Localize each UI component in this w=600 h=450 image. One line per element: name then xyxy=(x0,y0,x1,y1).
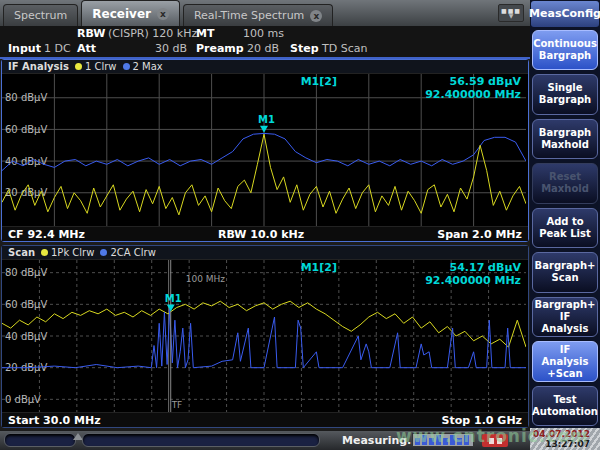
marker-frequency: 92.400000 MHz xyxy=(425,88,521,101)
softkey-test-automation[interactable]: Test Automation xyxy=(532,386,598,427)
trace1-label: 1Pk Clrw xyxy=(51,247,94,258)
trace2-legend[interactable]: 2CA Clrw xyxy=(100,247,155,258)
trace1-color-icon xyxy=(75,63,82,70)
rbw-readout: RBW 10.0 kHz xyxy=(218,228,304,241)
datetime-display: 04.07.2012 13:27:07 xyxy=(530,428,600,450)
if-analysis-header: IF Analysis 1 Clrw 2 Max xyxy=(2,60,528,74)
svg-text:60 dBµV: 60 dBµV xyxy=(5,124,47,135)
date-value: 04.07.2012 xyxy=(530,429,590,439)
svg-text:40 dBµV: 40 dBµV xyxy=(5,156,47,167)
svg-text:0 dBµV: 0 dBµV xyxy=(5,394,41,405)
att-label: Att xyxy=(77,42,96,55)
tab-label: Receiver xyxy=(92,7,151,21)
softkey-add-to-peak-list[interactable]: Add to Peak List xyxy=(532,208,598,249)
red-status-icon xyxy=(482,434,508,447)
trace2-label: 2CA Clrw xyxy=(110,247,155,258)
marker-readout: 56.59 dBµV 92.400000 MHz xyxy=(425,75,521,101)
svg-text:80 dBµV: 80 dBµV xyxy=(5,92,47,103)
status-slot-1 xyxy=(4,433,76,447)
cf-readout: CF 92.4 MHz xyxy=(8,228,85,241)
trace1-label: 1 Clrw xyxy=(85,61,117,72)
settings-bar: RBW (CISPR) 120 kHz MT 100 ms Input 1 DC… xyxy=(0,26,530,57)
status-bar: Measuring... xyxy=(0,431,530,450)
scan-chart[interactable]: 80 dBµV60 dBµV40 dBµV20 dBµV0 dBµV100 MH… xyxy=(2,260,526,412)
scan-footer: Start 30.0 MHz Stop 1.0 GHz xyxy=(2,412,528,427)
trace2-color-icon xyxy=(100,249,107,256)
status-slot-2 xyxy=(82,433,320,447)
tab-receiver[interactable]: Receiver x xyxy=(81,0,180,26)
close-icon[interactable]: x xyxy=(157,8,169,20)
start-readout: Start 30.0 MHz xyxy=(8,414,101,427)
if-analysis-panel: IF Analysis 1 Clrw 2 Max 80 dBµV60 dBµV4… xyxy=(1,59,529,242)
preamp-value: 20 dB xyxy=(247,42,279,55)
input-value: 1 DC xyxy=(44,42,71,55)
softkey-bargraph-if-analysis[interactable]: Bargraph+ IF Analysis xyxy=(532,297,598,338)
rbw-label: RBW xyxy=(77,27,105,40)
trace1-color-icon xyxy=(41,249,48,256)
tab-label: Real-Time Spectrum xyxy=(194,9,304,22)
level-meter-icon xyxy=(412,433,474,447)
if-analysis-footer: CF 92.4 MHz RBW 10.0 kHz Span 2.0 MHz xyxy=(2,226,528,241)
svg-text:100 MHz: 100 MHz xyxy=(186,274,226,284)
if-analysis-chart[interactable]: 80 dBµV60 dBµV40 dBµV20 dBµVM1 M1[2] 56.… xyxy=(2,74,526,226)
tab-label: Spectrum xyxy=(14,9,67,22)
close-icon[interactable]: x xyxy=(310,10,322,22)
softkey-sidebar: MeasConfig Continuous Bargraph Single Ba… xyxy=(530,0,600,450)
trace1-legend[interactable]: 1Pk Clrw xyxy=(41,247,94,258)
step-label: Step xyxy=(290,42,319,55)
instrument-screen: Spectrum Receiver x Real-Time Spectrum x… xyxy=(0,0,600,450)
preamp-label: Preamp xyxy=(196,42,244,55)
mt-value: 100 ms xyxy=(243,27,284,40)
softkey-continuous-bargraph[interactable]: Continuous Bargraph xyxy=(532,30,598,71)
span-readout: Span 2.0 MHz xyxy=(437,228,522,241)
softkey-bargraph-scan[interactable]: Bargraph+ Scan xyxy=(532,252,598,293)
trace2-label: 2 Max xyxy=(133,61,163,72)
stop-readout: Stop 1.0 GHz xyxy=(442,414,522,427)
mt-label: MT xyxy=(196,27,214,40)
input-label: Input xyxy=(8,42,41,55)
panel-title: Scan xyxy=(8,247,35,258)
marker-readout: 54.17 dBµV 92.400000 MHz xyxy=(425,261,521,287)
chevron-down-icon: ▼ xyxy=(509,13,514,19)
tab-overflow-icon[interactable]: ■■■ ▼ xyxy=(498,4,524,22)
svg-text:40 dBµV: 40 dBµV xyxy=(5,331,47,342)
trace1-legend[interactable]: 1 Clrw xyxy=(75,61,117,72)
softkey-menu-title: MeasConfig xyxy=(531,1,599,27)
softkey-if-analysis-scan[interactable]: IF Analysis +Scan xyxy=(532,341,598,382)
panel-title: IF Analysis xyxy=(8,61,69,72)
marker-level: 56.59 dBµV xyxy=(425,75,521,88)
measuring-status: Measuring... xyxy=(342,434,420,447)
rbw-value: (CISPR) 120 kHz xyxy=(108,27,197,40)
tab-bar: Spectrum Receiver x Real-Time Spectrum x… xyxy=(0,0,530,26)
step-value: TD Scan xyxy=(322,42,367,55)
marker-name: M1[2] xyxy=(301,261,337,274)
svg-text:M1: M1 xyxy=(258,114,275,125)
svg-text:M1: M1 xyxy=(165,293,182,304)
softkey-single-bargraph[interactable]: Single Bargraph xyxy=(532,74,598,115)
tab-spectrum[interactable]: Spectrum xyxy=(3,4,78,26)
att-value: 30 dB xyxy=(155,42,187,55)
scan-header: Scan 1Pk Clrw 2CA Clrw xyxy=(2,246,528,260)
time-value: 13:27:07 xyxy=(530,439,590,449)
scan-panel: Scan 1Pk Clrw 2CA Clrw 80 dBµV60 dBµV40 … xyxy=(1,245,529,428)
marker-frequency: 92.400000 MHz xyxy=(425,274,521,287)
marker-name: M1[2] xyxy=(301,75,337,88)
svg-text:80 dBµV: 80 dBµV xyxy=(5,267,47,278)
trace2-color-icon xyxy=(123,63,130,70)
svg-text:TF: TF xyxy=(171,400,183,410)
softkey-reset-maxhold: Reset Maxhold xyxy=(532,163,598,204)
trace2-legend[interactable]: 2 Max xyxy=(123,61,163,72)
tab-real-time-spectrum[interactable]: Real-Time Spectrum x xyxy=(183,4,333,26)
marker-level: 54.17 dBµV xyxy=(425,261,521,274)
svg-text:60 dBµV: 60 dBµV xyxy=(5,299,47,310)
softkey-bargraph-maxhold[interactable]: Bargraph Maxhold xyxy=(532,119,598,160)
